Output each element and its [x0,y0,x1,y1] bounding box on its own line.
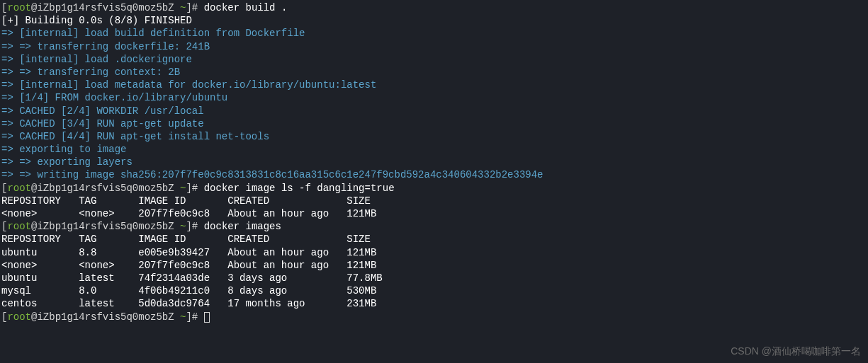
table-row: mysql 8.0 4f06b49211c0 8 days ago 530MB [1,284,867,297]
table-header: REPOSITORY TAG IMAGE ID CREATED SIZE [1,195,867,207]
prompt-line-4: [root@iZbp1g14rsfvis5q0moz5bZ ~]# [1,311,867,323]
build-header: [+] Building 0.0s (8/8) FINISHED [1,14,867,27]
command-2[interactable]: docker image ls -f dangling=true [204,183,395,194]
prompt-host: iZbp1g14rsfvis5q0moz5bZ [37,311,174,323]
prompt-user: root [7,221,31,232]
table-row: centos latest 5d0da3dc9764 17 months ago… [1,297,867,310]
build-step: => => transferring dockerfile: 241B [1,40,867,53]
cursor-icon[interactable] [204,312,210,323]
prompt-host: iZbp1g14rsfvis5q0moz5bZ [37,2,174,13]
table-row: <none> <none> 207f7fe0c9c8 About an hour… [1,259,867,272]
build-step: => => exporting layers [1,156,867,168]
prompt-line-3: [root@iZbp1g14rsfvis5q0moz5bZ ~]# docker… [1,220,867,233]
table-row: <none> <none> 207f7fe0c9c8 About an hour… [1,207,867,220]
prompt-host: iZbp1g14rsfvis5q0moz5bZ [37,183,174,194]
prompt-user: root [7,2,31,13]
build-step: => [1/4] FROM docker.io/library/ubuntu [1,91,867,104]
build-step: => => writing image sha256:207f7fe0c9c83… [1,168,867,181]
prompt-line-1: [root@iZbp1g14rsfvis5q0moz5bZ ~]# docker… [1,1,867,14]
table-row: ubuntu latest 74f2314a03de 3 days ago 77… [1,272,867,284]
build-step: => CACHED [4/4] RUN apt-get install net-… [1,130,867,143]
build-step: => CACHED [3/4] RUN apt-get update [1,117,867,130]
build-step: => [internal] load build definition from… [1,27,867,40]
prompt-user: root [7,311,31,323]
command-3[interactable]: docker images [204,221,281,232]
table-header: REPOSITORY TAG IMAGE ID CREATED SIZE [1,233,867,246]
build-step: => => transferring context: 2B [1,66,867,79]
table-row: ubuntu 8.8 e005e9b39427 About an hour ag… [1,246,867,259]
command-1[interactable]: docker build . [204,2,288,13]
watermark: CSDN @酒仙桥喝咖啡第一名 [731,345,861,357]
build-step: => [internal] load .dockerignore [1,53,867,66]
prompt-user: root [7,183,31,194]
build-step: => [internal] load metadata for docker.i… [1,79,867,91]
prompt-host: iZbp1g14rsfvis5q0moz5bZ [37,221,174,232]
prompt-line-2: [root@iZbp1g14rsfvis5q0moz5bZ ~]# docker… [1,182,867,195]
build-step: => exporting to image [1,143,867,156]
build-step: => CACHED [2/4] WORKDIR /usr/local [1,105,867,117]
